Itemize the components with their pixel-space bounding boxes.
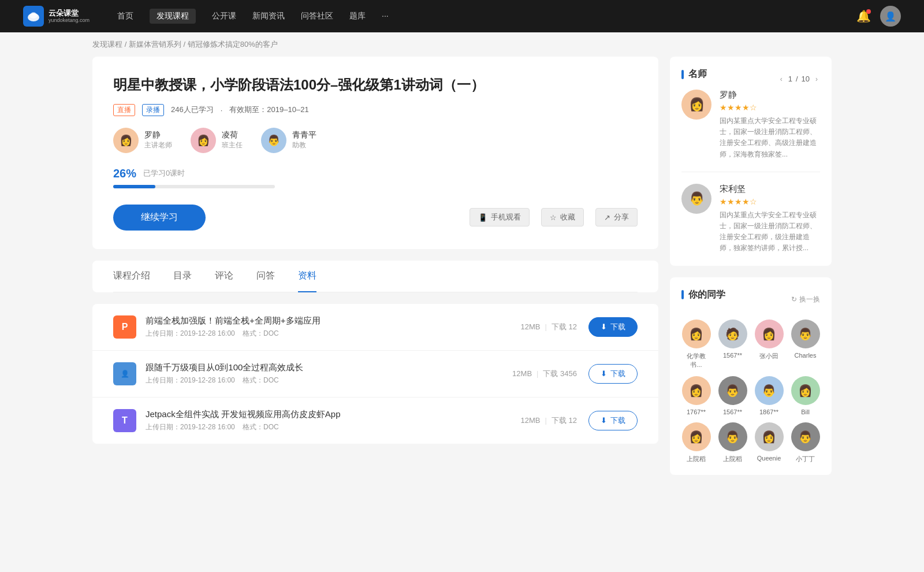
progress-label: 已学习0课时 — [143, 168, 185, 179]
classmate-5-name: 1567** — [723, 408, 742, 415]
classmate-8-avatar[interactable]: 👩 — [682, 422, 711, 451]
classmate-11-avatar[interactable]: 👨 — [791, 422, 820, 451]
mat-stats-1: 12MB | 下载 3456 — [512, 369, 577, 379]
sidebar-teacher-0: 👩 罗静 ★★★★☆ 国内某重点大学安全工程专业硕士，国家一级注册消防工程师、注… — [681, 90, 820, 172]
sidebar-teacher-1-info: 宋利坚 ★★★★☆ 国内某重点大学安全工程专业硕士，国家一级注册消防工程师、注册… — [720, 184, 820, 254]
mat-icon-2: T — [113, 409, 136, 432]
classmate-1: 🧑 1567** — [718, 320, 747, 369]
page-next-btn[interactable]: › — [813, 74, 820, 84]
breadcrumb-discover[interactable]: 发现课程 — [92, 40, 122, 49]
mobile-watch-button[interactable]: 📱 手机观看 — [470, 208, 530, 226]
nav-news[interactable]: 新闻资讯 — [252, 9, 285, 24]
classmate-9-name: 上院稻 — [723, 455, 742, 463]
materials-list: P 前端全栈加强版！前端全栈+全周期+多端应用 上传日期：2019-12-28 … — [92, 304, 658, 444]
notification-bell[interactable]: 🔔 — [856, 9, 871, 23]
classmates-grid: 👩 化学教书... 🧑 1567** 👩 张小田 👨 Charles 👩 — [681, 320, 820, 463]
share-icon: ↗ — [604, 213, 610, 222]
logo[interactable]: 云朵课堂 yundoketang.com — [23, 6, 90, 27]
classmate-8: 👩 上院稻 — [681, 422, 711, 463]
sidebar-teacher-0-desc: 国内某重点大学安全工程专业硕士，国家一级注册消防工程师、注册安全工程师、高级注册… — [720, 116, 820, 160]
mobile-icon: 📱 — [478, 213, 487, 222]
collect-button[interactable]: ☆ 收藏 — [541, 208, 584, 226]
classmates-header: 你的同学 ↻ 换一换 — [681, 289, 820, 310]
tab-qa[interactable]: 问答 — [256, 261, 275, 292]
nav-home[interactable]: 首页 — [117, 9, 133, 24]
classmate-3-avatar[interactable]: 👨 — [791, 320, 820, 348]
mat-info-1: 跟随千万级项目从0到100全过程高效成长 上传日期：2019-12-28 16:… — [146, 362, 512, 385]
classmate-2: 👩 张小田 — [754, 320, 784, 369]
sidebar-teacher-0-name: 罗静 — [720, 90, 820, 101]
sidebar-teacher-0-info: 罗静 ★★★★☆ 国内某重点大学安全工程专业硕士，国家一级注册消防工程师、注册安… — [720, 90, 820, 160]
classmate-4-avatar[interactable]: 👩 — [682, 376, 711, 405]
refresh-button[interactable]: ↻ 换一换 — [791, 295, 820, 304]
teacher-2: 👨 青青平 助教 — [261, 128, 316, 153]
tab-catalog[interactable]: 目录 — [173, 261, 192, 292]
mat-icon-1: 👤 — [113, 362, 136, 385]
classmate-10: 👩 Queenie — [754, 422, 784, 463]
classmate-11: 👨 小丁丁 — [791, 422, 820, 463]
progress-section: 26% 已学习0课时 — [113, 167, 638, 188]
classmate-6-avatar[interactable]: 👨 — [755, 376, 784, 405]
download-btn-1[interactable]: ⬇ 下载 — [588, 364, 638, 384]
classmate-2-avatar[interactable]: 👩 — [755, 320, 784, 348]
material-item-2: T Jetpack全组件实战 开发短视频应用高仿皮皮虾App 上传日期：2019… — [92, 398, 658, 444]
classmate-6: 👨 1867** — [754, 376, 784, 415]
logo-icon — [25, 8, 42, 24]
nav-qa[interactable]: 问答社区 — [301, 9, 333, 24]
nav-more[interactable]: ··· — [382, 9, 389, 24]
pagination-nav: ‹ 1 / 10 › — [778, 74, 820, 84]
notification-dot — [866, 9, 871, 14]
download-icon-2: ⬇ — [601, 416, 607, 425]
classmate-5-avatar[interactable]: 👨 — [718, 376, 747, 405]
classmate-4: 👩 1767** — [681, 376, 711, 415]
classmate-7-avatar[interactable]: 👩 — [791, 376, 820, 405]
tab-review[interactable]: 评论 — [215, 261, 233, 292]
classmate-3-name: Charles — [795, 352, 817, 359]
breadcrumb-series[interactable]: 新媒体营销系列 — [129, 40, 181, 49]
sidebar-teacher-1-stars: ★★★★☆ — [720, 197, 820, 206]
nav-right: 🔔 👤 — [856, 6, 901, 27]
classmate-1-avatar[interactable]: 🧑 — [718, 320, 747, 348]
share-button[interactable]: ↗ 分享 — [595, 208, 638, 226]
progress-bar-bg — [113, 185, 275, 188]
tabs-card: 课程介绍 目录 评论 问答 资料 — [92, 261, 658, 292]
tab-materials[interactable]: 资料 — [298, 261, 316, 292]
content-left: 明星中教授课，小学阶段语法100分–强化级第1讲动词（一） 直播 录播 246人… — [92, 57, 658, 486]
classmate-0-avatar[interactable]: 👩 — [682, 320, 711, 348]
sidebar-teacher-0-avatar: 👩 — [681, 90, 711, 120]
teacher-1-avatar: 👩 — [191, 128, 216, 153]
course-title: 明星中教授课，小学阶段语法100分–强化级第1讲动词（一） — [113, 75, 638, 95]
nav-items: 首页 发现课程 公开课 新闻资讯 问答社区 题库 ··· — [117, 9, 838, 24]
mat-title-2: Jetpack全组件实战 开发短视频应用高仿皮皮虾App — [146, 409, 521, 420]
mat-meta-2: 上传日期：2019-12-28 16:00 格式：DOC — [146, 422, 521, 432]
breadcrumb: 发现课程 / 新媒体营销系列 / 销冠修炼术搞定80%的客户 — [0, 32, 924, 57]
badge-live: 直播 — [113, 104, 135, 116]
user-avatar-nav[interactable]: 👤 — [880, 6, 901, 27]
teacher-2-role: 助教 — [292, 140, 316, 150]
download-btn-0[interactable]: ⬇ 下载 — [588, 317, 638, 337]
material-item-1: 👤 跟随千万级项目从0到100全过程高效成长 上传日期：2019-12-28 1… — [92, 351, 658, 398]
download-btn-2[interactable]: ⬇ 下载 — [588, 411, 638, 430]
classmate-10-avatar[interactable]: 👩 — [755, 422, 784, 451]
tab-intro[interactable]: 课程介绍 — [113, 261, 150, 292]
mobile-label: 手机观看 — [491, 212, 521, 222]
download-label-1: 下载 — [610, 369, 625, 379]
mat-meta-0: 上传日期：2019-12-28 16:00 格式：DOC — [146, 329, 521, 339]
nav-quiz[interactable]: 题库 — [349, 9, 366, 24]
download-icon-1: ⬇ — [601, 369, 607, 378]
classmate-2-name: 张小田 — [759, 352, 778, 361]
classmate-9-avatar[interactable]: 👨 — [718, 422, 747, 451]
page-prev-btn[interactable]: ‹ — [778, 74, 785, 84]
navbar: 云朵课堂 yundoketang.com 首页 发现课程 公开课 新闻资讯 问答… — [0, 0, 924, 32]
classmate-0-name: 化学教书... — [681, 352, 711, 369]
teachers-row: 👩 罗静 主讲老师 👩 凌荷 班主任 👨 青青平 — [113, 128, 638, 153]
continue-button[interactable]: 继续学习 — [113, 205, 206, 231]
nav-open[interactable]: 公开课 — [212, 9, 236, 24]
teacher-2-avatar: 👨 — [261, 128, 286, 153]
classmate-6-name: 1867** — [759, 408, 778, 415]
sidebar-teacher-1-avatar: 👨 — [681, 184, 711, 214]
collect-label: 收藏 — [560, 212, 575, 222]
svg-point-2 — [31, 12, 36, 16]
mat-title-0: 前端全栈加强版！前端全栈+全周期+多端应用 — [146, 315, 521, 326]
nav-discover[interactable]: 发现课程 — [150, 9, 196, 24]
